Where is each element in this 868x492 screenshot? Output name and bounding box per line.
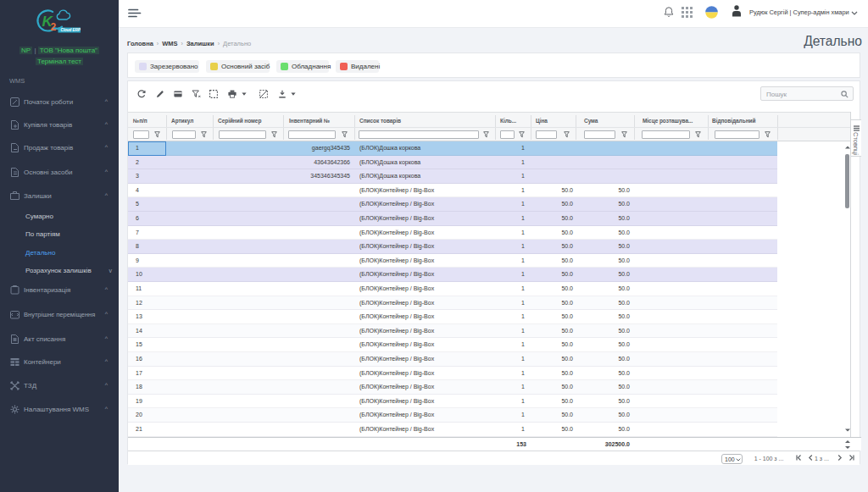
svg-text:2: 2 xyxy=(51,21,57,33)
svg-text:Cloud ERP: Cloud ERP xyxy=(61,28,81,32)
